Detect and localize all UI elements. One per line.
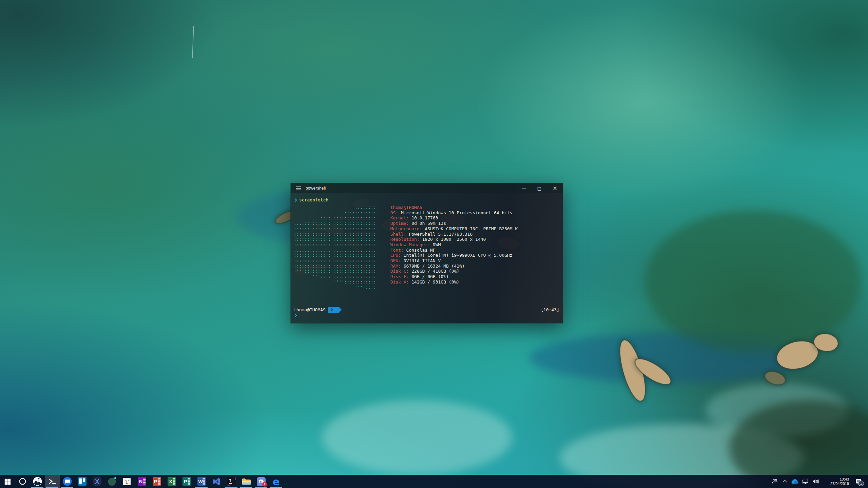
- people-icon[interactable]: [770, 475, 780, 488]
- screenfetch-output: ....:::: ....:::::::::::: ....:::: :::::…: [294, 205, 518, 290]
- action-center-button[interactable]: 1: [851, 475, 866, 488]
- svg-text:T: T: [125, 479, 129, 485]
- svg-text:P: P: [184, 479, 187, 484]
- command-line: screenfetch: [294, 197, 328, 203]
- powerpoint-icon: P: [153, 477, 161, 486]
- info-line: Motherboard: ASUSTeK COMPUTER INC. PRIME…: [390, 226, 518, 232]
- tray-icons: [770, 475, 821, 488]
- window-title: powershell: [306, 186, 326, 191]
- svg-text:N: N: [139, 479, 142, 484]
- prompt-userhost: thoma@THOMAS: [294, 307, 326, 313]
- hamburger-menu-button[interactable]: [291, 183, 306, 193]
- network-icon[interactable]: [800, 475, 810, 488]
- photos-icon: [33, 477, 42, 486]
- onedrive-icon[interactable]: [790, 475, 800, 488]
- terminal-titlebar[interactable]: powershell — □ ×: [291, 183, 563, 193]
- prompt-chevron-icon: [293, 198, 297, 202]
- taskbar-item-publisher[interactable]: P: [179, 475, 194, 488]
- taskbar-item-edge[interactable]: e: [269, 475, 284, 488]
- info-line: OS: Microsoft Windows 10 Professionnel 6…: [390, 210, 518, 216]
- terminal-content[interactable]: screenfetch ....:::: ....:::::::::::: ..…: [291, 193, 563, 323]
- taskbar-item-start[interactable]: [0, 475, 15, 488]
- powerline-separator-icon: [329, 308, 333, 312]
- prompt-chevron-icon: [293, 313, 297, 317]
- taskbar-item-trello[interactable]: [75, 475, 90, 488]
- visual-studio-icon: [212, 477, 221, 486]
- mixer-icon: [93, 477, 101, 486]
- chevron-up-icon[interactable]: [780, 475, 790, 488]
- tray-time: 10:43: [823, 477, 849, 482]
- taskbar-item-sticky-notes[interactable]: T: [119, 475, 134, 488]
- word-icon: W: [197, 477, 206, 486]
- system-tray: 10:43 27/04/2019 1: [770, 475, 868, 488]
- notification-badge: 1: [262, 482, 267, 487]
- info-userhost: thoma@THOMAS: [390, 205, 518, 210]
- prompt-clock: [10:43]: [541, 307, 559, 313]
- green-shallows: [644, 210, 862, 353]
- powerline-path-segment: ~: [328, 307, 339, 313]
- taskbar-item-visual-studio[interactable]: [209, 475, 224, 488]
- taskbar-item-cortana[interactable]: [15, 475, 30, 488]
- taskbar-item-discord[interactable]: 1: [254, 475, 269, 488]
- edge-icon: e: [272, 477, 279, 486]
- command-text: screenfetch: [299, 197, 328, 203]
- svg-text:W: W: [198, 479, 203, 484]
- taskbar-item-photos[interactable]: [30, 475, 45, 488]
- action-center-badge: 1: [858, 481, 864, 486]
- taskbar-item-onenote[interactable]: N: [134, 475, 149, 488]
- taskbar-item-powerpoint[interactable]: P: [149, 475, 164, 488]
- screenfetch-info: thoma@THOMASOS: Microsoft Windows 10 Pro…: [390, 205, 518, 290]
- taskbar-item-file-explorer[interactable]: [239, 475, 254, 488]
- info-line: Font: Consolas NF: [390, 248, 518, 253]
- wallpaper-streak: [192, 26, 194, 58]
- intellij-icon: [227, 477, 236, 486]
- terminal-icon: [48, 477, 57, 486]
- taskbar-item-mixer[interactable]: [90, 475, 104, 488]
- start-icon: [4, 478, 11, 485]
- taskbar: TNPXPW1e 10:43 27/04/2019 1: [0, 475, 868, 488]
- taskbar-item-excel[interactable]: X: [164, 475, 179, 488]
- prompt-path: ~: [335, 307, 337, 313]
- close-button[interactable]: ×: [547, 183, 563, 193]
- taskbar-clock[interactable]: 10:43 27/04/2019: [821, 477, 851, 486]
- taskbar-item-intellij[interactable]: [224, 475, 239, 488]
- hamburger-icon: [296, 186, 301, 191]
- publisher-icon: P: [182, 477, 191, 486]
- cursor-prompt: [294, 313, 299, 318]
- info-line: Disk X: 142GB / 931GB (0%): [390, 279, 518, 285]
- sticky-notes-icon: T: [123, 477, 131, 486]
- minimize-button[interactable]: —: [516, 183, 532, 193]
- taskbar-items: TNPXPW1e: [0, 475, 284, 488]
- taskbar-item-green-app[interactable]: [104, 475, 119, 488]
- taskbar-item-messages[interactable]: [60, 475, 75, 488]
- file-explorer-icon: [242, 477, 251, 486]
- show-desktop-button[interactable]: [866, 475, 868, 488]
- info-line: Disk F: 0GB / 0GB (0%): [390, 274, 518, 279]
- svg-text:X: X: [169, 479, 172, 484]
- maximize-button[interactable]: □: [532, 183, 547, 193]
- volume-icon[interactable]: [810, 475, 821, 488]
- tray-date: 27/04/2019: [823, 482, 849, 486]
- excel-icon: X: [168, 477, 176, 486]
- terminal-window: powershell — □ × screenfetch ....:::: ..…: [291, 183, 563, 323]
- info-line: RAM: 6679MB / 16324 MB (41%): [390, 263, 518, 269]
- onenote-icon: N: [138, 477, 146, 486]
- shell-prompt-line: thoma@THOMAS ~ [10:43]: [294, 307, 559, 313]
- ascii-art: ....:::: ....:::::::::::: ....:::: :::::…: [294, 205, 376, 290]
- trello-icon: [78, 477, 86, 486]
- info-line: Window Manager: DWM: [390, 242, 518, 248]
- green-app-icon: [108, 477, 117, 486]
- info-line: GPU: NVIDIA TITAN V: [390, 258, 518, 263]
- info-line: Resolution: 1920 x 1080 2560 x 1440: [390, 237, 518, 242]
- info-line: CPU: Intel(R) Core(TM) i9-9990XE CPU @ 5…: [390, 253, 518, 258]
- info-line: Uptime: 0d 0h 59m 13s: [390, 221, 518, 226]
- svg-text:P: P: [154, 479, 157, 484]
- taskbar-item-word[interactable]: W: [194, 475, 209, 488]
- cortana-icon: [18, 477, 27, 486]
- messages-icon: [63, 477, 72, 486]
- info-line: Shell: PowerShell 5.1.17763.316: [390, 232, 518, 237]
- sediment-swirl: [322, 400, 512, 475]
- info-line: Disk C: 228GB / 418GB (0%): [390, 269, 518, 274]
- taskbar-item-terminal[interactable]: [45, 475, 60, 488]
- info-line: Kernel: 10.0.17763: [390, 215, 518, 221]
